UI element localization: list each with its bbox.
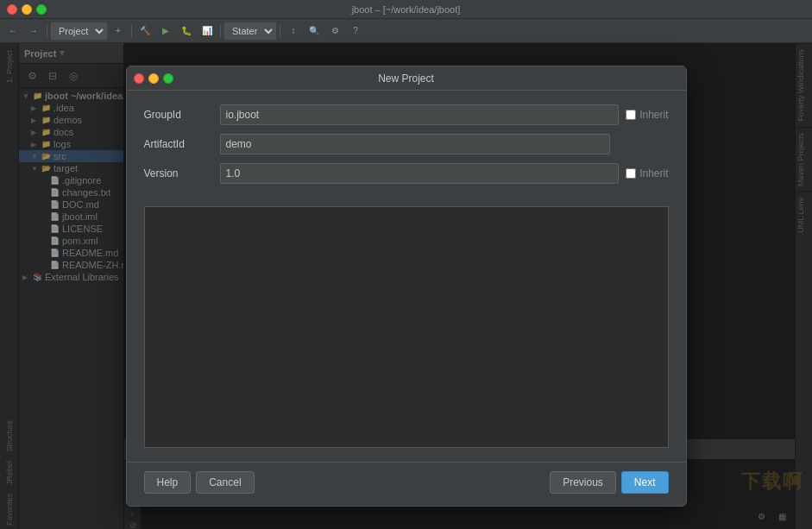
add-config-btn[interactable]: +	[109, 22, 128, 41]
dialog-title-bar: New Project	[127, 66, 686, 91]
project-dropdown[interactable]: Project	[51, 22, 107, 40]
next-button[interactable]: Next	[621, 471, 669, 494]
sep3	[220, 24, 221, 38]
build-btn[interactable]: 🔨	[135, 22, 154, 41]
dialog-title-text: New Project	[378, 72, 434, 85]
coverage-btn[interactable]: 📊	[198, 22, 217, 41]
footer-left-buttons: Help Cancel	[144, 471, 255, 494]
run-btn[interactable]: ▶	[156, 22, 175, 41]
dialog-footer: Help Cancel Previous Next	[127, 462, 686, 506]
dialog-close-btn[interactable]	[134, 73, 144, 84]
back-btn[interactable]: ←	[3, 22, 22, 41]
new-project-dialog: New Project GroupId Inherit ArtifactId	[126, 66, 687, 507]
artifactid-row: ArtifactId	[144, 134, 669, 154]
traffic-lights[interactable]	[7, 4, 47, 15]
artifactid-input[interactable]	[220, 134, 610, 154]
dialog-min-btn[interactable]	[148, 73, 159, 84]
previous-button[interactable]: Previous	[550, 471, 616, 494]
minimize-button[interactable]	[22, 4, 32, 15]
dialog-traffic-lights[interactable]	[134, 73, 173, 84]
artifactid-label: ArtifactId	[144, 138, 213, 150]
groupid-inherit: Inherit	[626, 109, 668, 121]
version-label: Version	[144, 167, 213, 179]
cancel-button[interactable]: Cancel	[196, 471, 254, 494]
footer-right-buttons: Previous Next	[550, 471, 668, 494]
sep1	[47, 24, 47, 38]
groupid-input[interactable]	[220, 104, 620, 125]
version-inherit-checkbox[interactable]	[626, 168, 636, 179]
dialog-max-btn[interactable]	[163, 73, 173, 84]
sep4	[280, 24, 280, 38]
groupid-inherit-checkbox[interactable]	[626, 110, 636, 120]
main-toolbar: ← → Project + 🔨 ▶ 🐛 📊 Stater ↕ 🔍 ⚙ ?	[0, 19, 812, 43]
maximize-button[interactable]	[36, 4, 47, 15]
stater-dropdown[interactable]: Stater	[224, 22, 276, 40]
groupid-row: GroupId Inherit	[144, 104, 669, 125]
window-title: jboot – [~/work/idea/jboot]	[352, 4, 461, 15]
forward-btn[interactable]: →	[24, 22, 43, 41]
search-btn[interactable]: 🔍	[305, 22, 324, 41]
help-button[interactable]: Help	[144, 471, 192, 494]
gear-btn[interactable]: ⚙	[325, 22, 344, 41]
groupid-inherit-label: Inherit	[639, 109, 668, 121]
version-row: Version Inherit	[144, 163, 669, 184]
groupid-label: GroupId	[144, 109, 213, 121]
sep2	[131, 24, 132, 38]
close-button[interactable]	[7, 4, 17, 15]
vcs-btn[interactable]: ↕	[284, 22, 303, 41]
version-inherit-label: Inherit	[639, 167, 668, 179]
version-inherit: Inherit	[626, 167, 668, 179]
version-input[interactable]	[220, 163, 620, 184]
dialog-body: GroupId Inherit ArtifactId Version	[127, 91, 686, 206]
debug-btn[interactable]: 🐛	[177, 22, 196, 41]
dialog-content-area	[144, 206, 669, 448]
help-toolbar-btn[interactable]: ?	[346, 22, 365, 41]
title-bar: jboot – [~/work/idea/jboot]	[0, 0, 812, 19]
modal-overlay: New Project GroupId Inherit ArtifactId	[0, 43, 812, 529]
